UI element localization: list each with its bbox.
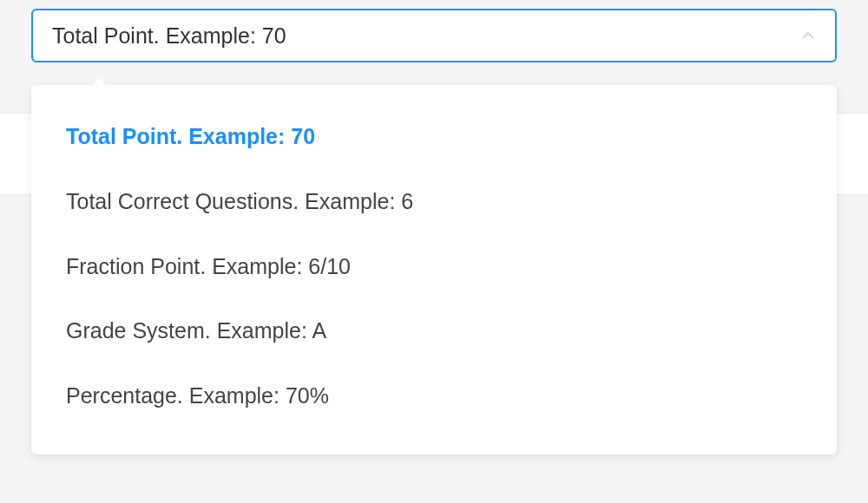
dropdown-option-label: Grade System. Example: A bbox=[66, 318, 326, 343]
dropdown-option-fraction-point[interactable]: Fraction Point. Example: 6/10 bbox=[31, 234, 837, 299]
dropdown-option-label: Fraction Point. Example: 6/10 bbox=[66, 254, 351, 278]
chevron-up-icon bbox=[800, 28, 816, 43]
select-container: Total Point. Example: 70 Total Point. Ex… bbox=[31, 9, 837, 62]
dropdown-option-total-correct[interactable]: Total Correct Questions. Example: 6 bbox=[31, 169, 837, 234]
dropdown-option-label: Percentage. Example: 70% bbox=[66, 383, 329, 408]
dropdown-option-grade-system[interactable]: Grade System. Example: A bbox=[31, 298, 837, 363]
dropdown-option-percentage[interactable]: Percentage. Example: 70% bbox=[31, 363, 837, 428]
dropdown-option-label: Total Correct Questions. Example: 6 bbox=[66, 189, 413, 213]
dropdown-menu: Total Point. Example: 70 Total Correct Q… bbox=[31, 85, 837, 454]
dropdown-option-total-point[interactable]: Total Point. Example: 70 bbox=[31, 104, 837, 169]
select-value: Total Point. Example: 70 bbox=[52, 23, 286, 49]
dropdown-option-label: Total Point. Example: 70 bbox=[66, 124, 315, 148]
grading-type-select[interactable]: Total Point. Example: 70 bbox=[31, 9, 837, 62]
